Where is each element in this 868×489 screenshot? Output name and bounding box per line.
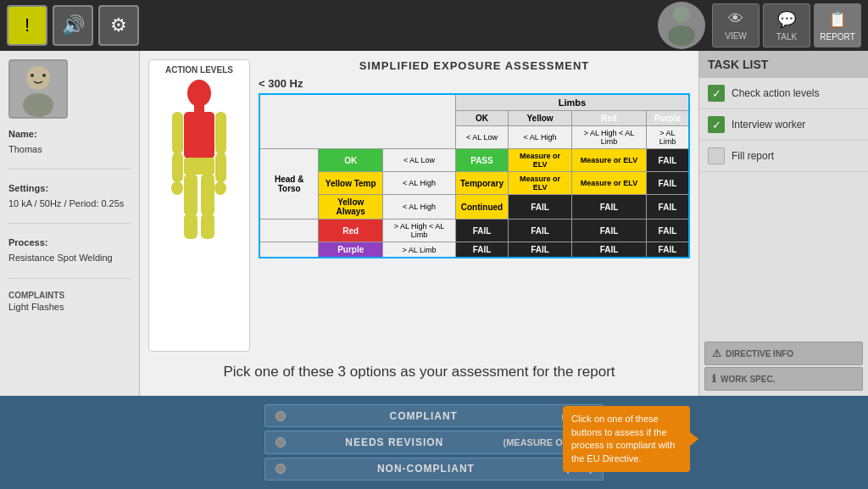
top-bar-right: 👁 VIEW 💬 TALK 📋 REPORT (658, 2, 861, 49)
svg-rect-17 (201, 174, 214, 216)
view-btn[interactable]: 👁 VIEW (712, 3, 760, 47)
col-purple: Purple (646, 111, 689, 126)
complaints-value: Light Flashes (8, 302, 131, 312)
row3-sub: > AL High < AL Limb (382, 219, 455, 242)
task-check-0: ✓ (708, 85, 725, 102)
row0-sub: < AL Low (382, 149, 455, 172)
process-label: Process: (8, 237, 47, 247)
nav-buttons: 👁 VIEW 💬 TALK 📋 REPORT (712, 3, 861, 47)
row0-cell1: Measure or ELV (508, 149, 571, 172)
report-label: REPORT (820, 32, 855, 42)
sub-al-limb: > AL Limb (646, 126, 689, 149)
row2-color: Yellow Always (319, 195, 383, 219)
worker-avatar (8, 59, 68, 119)
report-icon: 📋 (828, 10, 847, 29)
compliant-dot (275, 411, 286, 421)
row3-cell3: FAIL (646, 219, 689, 242)
right-bottom-btns: ⚠ DIRECTIVE INFO ℹ WORK SPEC. (699, 336, 868, 396)
svg-point-5 (42, 74, 46, 77)
non-compliant-dot (275, 464, 286, 474)
row4-cell2: FAIL (572, 242, 647, 258)
view-icon: 👁 (728, 10, 743, 28)
worker-info: Name: Thomas (8, 127, 131, 157)
row1-cell0: Temporary (456, 172, 509, 195)
tooltip-box: Click on one of these buttons to assess … (563, 406, 690, 472)
complaints-title: COMPLAINTS (8, 291, 131, 300)
task-list-header: TASK LIST (699, 51, 868, 78)
row2-cell1: FAIL (508, 195, 571, 219)
svg-point-6 (187, 80, 211, 107)
row4-color: Purple (319, 242, 383, 258)
exposure-table: Limbs OK Yellow Red Purple < AL Low (259, 93, 690, 258)
task-item-0[interactable]: ✓ Check action levels (699, 78, 868, 109)
row0-cell0: PASS (456, 149, 509, 172)
non-compliant-btn[interactable]: NON-COMPLIANT (FAIL) (264, 458, 604, 481)
table-row: Red > AL High < AL Limb FAIL FAIL FAIL F… (259, 219, 689, 242)
report-btn[interactable]: 📋 REPORT (814, 3, 861, 47)
left-panel: Name: Thomas Settings: 10 kA / 50Hz / Pe… (0, 51, 140, 396)
col-red: Red (572, 111, 647, 126)
svg-point-13 (171, 181, 183, 195)
svg-point-2 (26, 66, 50, 90)
row2-cell0: Continued (456, 195, 509, 219)
row3-cell2: FAIL (572, 219, 647, 242)
row1-color: Yellow Temp (319, 172, 383, 195)
row4-sub: > AL Limb (382, 242, 455, 258)
row3-cell0: FAIL (456, 219, 509, 242)
volume-icon-btn[interactable]: 🔊 (53, 5, 93, 46)
svg-rect-10 (215, 112, 226, 154)
warning-icon: ⚠ (712, 347, 721, 359)
needs-revision-btn[interactable]: NEEDS REVISION (MEASURE OR ELV) (264, 431, 604, 453)
task-label-1: Interview worker (732, 119, 805, 131)
bottom-bar: COMPLIANT (PASS) NEEDS REVISION (MEASURE… (0, 396, 868, 489)
needs-revision-dot (275, 437, 286, 447)
svg-rect-18 (184, 214, 198, 239)
work-spec-btn[interactable]: ℹ WORK SPEC. (704, 367, 863, 391)
svg-rect-12 (215, 153, 226, 182)
name-value: Thomas (8, 144, 42, 154)
top-bar: ! 🔊 ⚙ 👁 VIEW 💬 TALK 📋 REPORT (0, 0, 868, 51)
freq-label: < 300 Hz (259, 77, 690, 90)
row4-cell0: FAIL (456, 242, 509, 258)
row4-cell1: FAIL (508, 242, 571, 258)
compliant-btn[interactable]: COMPLIANT (PASS) (264, 404, 604, 427)
row1-cell1: Measure or ELV (508, 172, 571, 195)
talk-btn[interactable]: 💬 TALK (763, 3, 810, 47)
work-spec-label: WORK SPEC. (721, 375, 775, 384)
svg-rect-19 (201, 214, 214, 239)
task-label-0: Check action levels (732, 87, 819, 99)
gear-icon-btn[interactable]: ⚙ (98, 5, 139, 46)
row2-cell3: FAIL (646, 195, 689, 219)
talk-icon: 💬 (777, 10, 796, 29)
svg-point-3 (23, 93, 53, 117)
svg-rect-11 (172, 153, 183, 182)
top-bar-left: ! 🔊 ⚙ (7, 5, 139, 46)
svg-rect-9 (172, 112, 183, 154)
task-check-1: ✓ (708, 116, 725, 133)
sub-al-low: < AL Low (456, 126, 509, 149)
process-info: Process: Resistance Spot Welding (8, 236, 131, 265)
limbs-header: Limbs (456, 94, 690, 111)
non-compliant-label: NON-COMPLIANT (286, 463, 566, 475)
row0-cell3: FAIL (646, 149, 689, 172)
table-row: Head & Torso OK < AL Low PASS Measure or… (259, 149, 689, 172)
settings-info: Settings: 10 kA / 50Hz / Period: 0.25s (8, 181, 131, 211)
svg-point-0 (673, 6, 690, 23)
right-panel: TASK LIST ✓ Check action levels ✓ Interv… (698, 51, 868, 396)
task-item-2[interactable]: Fill report (699, 141, 868, 172)
sub-al-high-al-limb: > AL High < AL Limb (572, 126, 647, 149)
svg-rect-15 (184, 158, 214, 175)
col-yellow: Yellow (508, 111, 571, 126)
table-row: Yellow Always < AL High Continued FAIL F… (259, 195, 689, 219)
compliant-label: COMPLIANT (286, 410, 562, 422)
view-label: VIEW (725, 31, 747, 41)
directive-info-btn[interactable]: ⚠ DIRECTIVE INFO (704, 342, 863, 365)
task-item-1[interactable]: ✓ Interview worker (699, 109, 868, 141)
svg-point-4 (31, 74, 34, 77)
table-row: Purple > AL Limb FAIL FAIL FAIL FAIL (259, 242, 689, 258)
svg-rect-8 (184, 112, 214, 158)
svg-point-14 (214, 181, 226, 195)
alert-icon-btn[interactable]: ! (7, 5, 47, 46)
tooltip-text: Click on one of these buttons to assess … (571, 414, 675, 463)
task-label-2: Fill report (732, 150, 774, 162)
